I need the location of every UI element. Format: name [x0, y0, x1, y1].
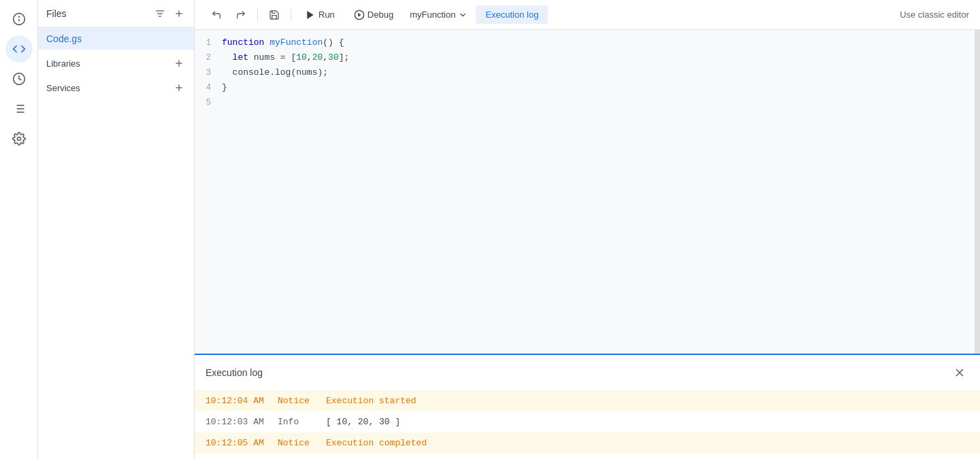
log-level-0: Notice — [278, 396, 315, 406]
exec-log-row-1: 10:12:03 AM Info [ 10, 20, 30 ] — [195, 411, 980, 432]
log-time-1: 10:12:03 AM — [206, 417, 267, 427]
services-label: Services — [46, 83, 80, 93]
icon-sidebar — [0, 0, 38, 459]
debug-button[interactable]: Debug — [346, 7, 402, 23]
function-selector[interactable]: myFunction — [404, 7, 473, 22]
line-num-4: 4 — [195, 80, 222, 95]
files-header-label: Files — [46, 8, 67, 19]
log-time-0: 10:12:04 AM — [206, 396, 267, 406]
execution-log-button[interactable]: Execution log — [476, 5, 548, 24]
code-line-5: 5 — [195, 95, 980, 110]
redo-button[interactable] — [230, 7, 252, 23]
run-label: Run — [318, 10, 335, 20]
toolbar-divider-1 — [257, 8, 258, 22]
services-section[interactable]: Services — [38, 74, 194, 99]
debug-label: Debug — [368, 10, 393, 20]
add-file-button[interactable] — [172, 7, 186, 20]
log-msg-1: [ 10, 20, 30 ] — [326, 417, 400, 427]
code-line-1: 1 function myFunction() { — [195, 35, 980, 50]
libraries-section[interactable]: Libraries — [38, 50, 194, 74]
exec-log-row-0: 10:12:04 AM Notice Execution started — [195, 390, 980, 411]
execution-log-panel: Execution log 10:12:04 AM Notice Executi… — [195, 354, 980, 459]
code-editor[interactable]: 1 function myFunction() { 2 let nums = [… — [195, 30, 980, 354]
undo-button[interactable] — [206, 7, 227, 23]
sidebar-item-code[interactable] — [5, 35, 33, 63]
line-content-3: console.log(nums); — [222, 65, 328, 80]
add-library-button[interactable] — [172, 56, 186, 70]
svg-point-21 — [355, 10, 363, 19]
line-num-2: 2 — [195, 50, 222, 65]
main-area: Run Debug myFunction Execution log Use c… — [195, 0, 980, 459]
log-level-2: Notice — [278, 438, 315, 448]
classic-editor-link[interactable]: Use classic editor — [900, 10, 969, 20]
execution-log-label: Execution log — [485, 10, 538, 20]
sort-files-button[interactable] — [153, 7, 167, 20]
line-num-3: 3 — [195, 65, 222, 80]
save-button[interactable] — [263, 7, 285, 23]
log-msg-0: Execution started — [326, 396, 416, 406]
exec-log-close-button[interactable] — [950, 363, 969, 382]
file-item-code-gs[interactable]: Code.gs — [38, 28, 194, 50]
sidebar-item-executions[interactable] — [5, 95, 33, 122]
line-content-1: function myFunction() { — [222, 35, 344, 50]
exec-log-footer — [195, 454, 980, 459]
sidebar-item-triggers[interactable] — [5, 65, 33, 92]
code-line-3: 3 console.log(nums); — [195, 65, 980, 80]
log-msg-2: Execution completed — [326, 438, 427, 448]
function-name: myFunction — [410, 10, 455, 20]
file-panel: Files Code.gs Libraries — [38, 0, 195, 459]
sidebar-item-info[interactable] — [5, 5, 33, 33]
files-header: Files — [38, 0, 194, 28]
toolbar-divider-2 — [291, 8, 291, 22]
sidebar-item-settings[interactable] — [5, 125, 33, 152]
code-line-2: 2 let nums = [10,20,30]; — [195, 50, 980, 65]
log-level-1: Info — [278, 417, 315, 427]
exec-log-header: Execution log — [195, 355, 980, 390]
file-item-label: Code.gs — [46, 33, 82, 44]
svg-point-10 — [17, 137, 20, 141]
line-num-5: 5 — [195, 95, 222, 110]
line-num-1: 1 — [195, 35, 222, 50]
code-line-4: 4 } — [195, 80, 980, 95]
toolbar: Run Debug myFunction Execution log Use c… — [195, 0, 980, 30]
line-content-4: } — [222, 80, 227, 95]
line-content-2: let nums = [10,20,30]; — [222, 50, 349, 65]
libraries-label: Libraries — [46, 58, 80, 69]
code-scrollbar[interactable] — [975, 30, 980, 354]
add-service-button[interactable] — [172, 81, 186, 95]
svg-marker-20 — [307, 11, 313, 19]
exec-log-row-2: 10:12:05 AM Notice Execution completed — [195, 432, 980, 454]
log-time-2: 10:12:05 AM — [206, 438, 267, 448]
exec-log-title: Execution log — [206, 367, 263, 378]
file-header-actions — [153, 7, 186, 20]
run-button[interactable]: Run — [297, 7, 343, 23]
